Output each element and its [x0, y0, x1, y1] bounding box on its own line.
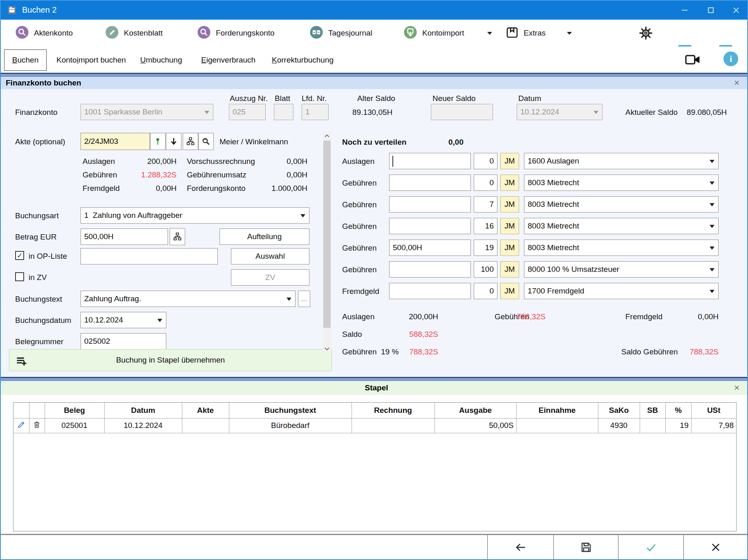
alloc-percent-input[interactable]: [474, 196, 497, 213]
back-button[interactable]: [487, 535, 553, 559]
auswahl-button[interactable]: Auswahl: [231, 248, 309, 264]
scroll-down-icon[interactable]: [324, 346, 330, 353]
alloc-konto-select[interactable]: 8003 Mietrecht: [524, 218, 719, 234]
scrollbar-thumb[interactable]: [323, 141, 331, 328]
alloc-konto-select[interactable]: 1600 Auslagen: [524, 153, 719, 169]
jm-button[interactable]: JM: [500, 153, 519, 169]
tab-umbuchung[interactable]: Umbuchung: [137, 49, 185, 71]
col-sb[interactable]: SB: [640, 403, 665, 418]
alloc-amount-input[interactable]: [389, 240, 471, 256]
tab-kontoimport-buchen[interactable]: Kontoimport buchen: [53, 49, 129, 71]
arrow-down-icon-button[interactable]: [166, 133, 181, 150]
alloc-percent-input[interactable]: [474, 153, 497, 169]
tab-eigenverbrauch[interactable]: Eigenverbrauch: [198, 49, 259, 71]
betrag-tree-icon-button[interactable]: [170, 228, 185, 245]
delete-row-button[interactable]: [29, 418, 45, 433]
zv-checkbox[interactable]: [15, 272, 24, 281]
col-rechnung[interactable]: Rechnung: [352, 403, 434, 418]
finanzkonto-select[interactable]: 1001 Sparkasse Berlin: [81, 104, 213, 120]
stapel-table-container: Beleg Datum Akte Buchungstext Rechnung A…: [13, 402, 737, 531]
buchungstext-combo[interactable]: Zahlung Auftrag.: [81, 291, 296, 307]
op-liste-input[interactable]: [81, 248, 218, 264]
jm-button[interactable]: JM: [500, 261, 519, 278]
op-liste-checkbox[interactable]: ✓: [15, 251, 24, 260]
col-beleg[interactable]: Beleg: [45, 403, 104, 418]
info-circle-icon[interactable]: i: [723, 52, 738, 66]
jm-button[interactable]: JM: [500, 175, 519, 191]
alloc-percent-input[interactable]: [474, 240, 497, 256]
buchungsdatum-combo[interactable]: 10.12.2024: [81, 312, 166, 328]
tab-buchen[interactable]: Buchen: [4, 49, 47, 71]
buchungstext-more-button[interactable]: ...: [298, 291, 310, 307]
close-button[interactable]: [724, 1, 748, 20]
alloc-konto-select[interactable]: 8003 Mietrecht: [524, 196, 719, 213]
alloc-amount-input[interactable]: [389, 196, 471, 213]
toolbar-forderungskonto[interactable]: Forderungskonto: [197, 20, 275, 47]
video-camera-icon[interactable]: [684, 53, 701, 68]
col-buchungstext[interactable]: Buchungstext: [229, 403, 352, 418]
stapel-close-icon[interactable]: ✕: [734, 383, 740, 392]
buchungsart-select[interactable]: 1 Zahlung von Auftraggeber: [81, 207, 309, 224]
settings-gear-icon[interactable]: [638, 20, 653, 47]
toolbar-extras[interactable]: Extras: [506, 20, 546, 47]
toolbar-tagesjournal[interactable]: Tagesjournal: [309, 20, 372, 47]
minimize-button[interactable]: [673, 1, 696, 20]
buchung-in-stapel-button[interactable]: Buchung in Stapel übernehmen: [9, 349, 332, 371]
alloc-percent-input[interactable]: [474, 218, 497, 234]
col-akte[interactable]: Akte: [182, 403, 229, 418]
maximize-button[interactable]: [699, 1, 723, 20]
neuer-saldo-input[interactable]: [431, 104, 493, 120]
alloc-percent-input[interactable]: [474, 175, 497, 191]
lfd-nr-input[interactable]: [302, 104, 329, 120]
alloc-percent-input[interactable]: [474, 283, 497, 299]
close-dialog-button[interactable]: [683, 535, 747, 559]
form-scrollbar[interactable]: [323, 132, 331, 352]
alloc-amount-input[interactable]: [389, 283, 471, 299]
finanzkonto-close-icon[interactable]: ✕: [734, 78, 740, 87]
alloc-percent-input[interactable]: [474, 261, 497, 278]
col-datum[interactable]: Datum: [104, 403, 182, 418]
jm-button[interactable]: JM: [500, 240, 519, 256]
pin-icon-button[interactable]: [150, 133, 166, 150]
toolbar-aktenkonto[interactable]: Aktenkonto: [15, 20, 73, 47]
edit-row-button[interactable]: [13, 418, 29, 433]
alloc-amount-input[interactable]: [389, 175, 471, 191]
belegnummer-input[interactable]: [81, 333, 166, 349]
col-prozent[interactable]: %: [665, 403, 691, 418]
alloc-konto-select[interactable]: 8003 Mietrecht: [524, 175, 719, 191]
chevron-down-icon: [593, 111, 598, 114]
kontoimport-dropdown-caret[interactable]: [487, 20, 492, 47]
aufteilung-button[interactable]: Aufteilung: [219, 228, 309, 245]
toolbar-kostenblatt[interactable]: Kostenblatt: [105, 20, 163, 47]
blatt-input[interactable]: [274, 104, 293, 120]
alloc-konto-select[interactable]: 8000 100 % Umsatzsteuer: [524, 261, 719, 278]
scroll-up-icon[interactable]: [324, 133, 330, 141]
alloc-konto-select[interactable]: 8003 Mietrecht: [524, 240, 719, 256]
confirm-button[interactable]: [618, 535, 683, 559]
col-ust[interactable]: USt: [691, 403, 736, 418]
alloc-amount-input[interactable]: [389, 218, 471, 234]
alloc-amount-input[interactable]: [389, 153, 471, 169]
alloc-amount-input[interactable]: [389, 261, 471, 278]
betrag-input[interactable]: [81, 228, 168, 245]
auszug-input[interactable]: [229, 104, 266, 120]
col-einnahme[interactable]: Einnahme: [516, 403, 598, 418]
akte-input[interactable]: [81, 133, 150, 150]
jm-button[interactable]: JM: [500, 283, 519, 299]
extras-dropdown-caret[interactable]: [567, 20, 572, 47]
jm-button[interactable]: JM: [500, 196, 519, 213]
save-button[interactable]: [553, 535, 618, 559]
datum-select[interactable]: 10.12.2024: [517, 104, 602, 120]
jm-button[interactable]: JM: [500, 218, 519, 234]
col-ausgabe[interactable]: Ausgabe: [434, 403, 516, 418]
alloc-konto-select[interactable]: 1700 Fremdgeld: [524, 283, 719, 299]
noch-zu-verteilen-label: Noch zu verteilen: [342, 138, 406, 147]
toolbar-kontoimport[interactable]: Kontoimport: [403, 20, 464, 47]
table-row[interactable]: 025001 10.12.2024 Bürobedarf 50,00S 4930…: [13, 418, 736, 433]
akte-search-refresh-icon-button[interactable]: [198, 133, 214, 150]
kontoimport-import-icon: [403, 25, 417, 41]
tab-korrekturbuchung[interactable]: Korrekturbuchung: [269, 49, 337, 71]
akte-tree-icon-button[interactable]: [183, 133, 198, 150]
zv-button[interactable]: ZV: [231, 269, 309, 286]
col-sako[interactable]: SaKo: [598, 403, 640, 418]
